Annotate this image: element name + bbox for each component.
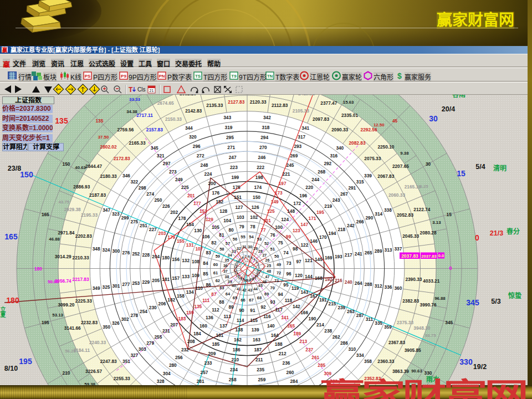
- svg-text:325: 325: [103, 284, 110, 290]
- svg-text:265: 265: [365, 250, 372, 255]
- svg-text:289: 289: [375, 248, 382, 254]
- svg-text:345: 345: [151, 145, 158, 151]
- svg-text:2335.01: 2335.01: [341, 112, 358, 118]
- svg-text:173: 173: [275, 190, 283, 196]
- svg-text:136: 136: [206, 315, 213, 320]
- svg-text:132: 132: [182, 258, 190, 263]
- svg-text:119: 119: [291, 285, 299, 291]
- svg-text:115: 115: [250, 318, 258, 323]
- svg-text:349: 349: [93, 285, 100, 291]
- svg-text:2157.83: 2157.83: [146, 127, 163, 132]
- svg-text:2075.33: 2075.33: [364, 156, 381, 161]
- svg-text:240: 240: [345, 279, 352, 285]
- svg-text:Cls: Cls: [137, 86, 145, 93]
- svg-text:112: 112: [212, 307, 219, 313]
- svg-text:174: 174: [254, 185, 262, 190]
- svg-text:159: 159: [186, 310, 194, 315]
- svg-text:220: 220: [305, 185, 313, 190]
- svg-text:2052.83: 2052.83: [397, 212, 413, 218]
- svg-text:66: 66: [241, 298, 245, 303]
- svg-text:222: 222: [257, 165, 264, 170]
- svg-text:335: 335: [375, 320, 382, 326]
- svg-text:39: 39: [228, 280, 232, 284]
- svg-text:179: 179: [167, 234, 175, 240]
- svg-text:274: 274: [146, 191, 154, 197]
- svg-text:89: 89: [228, 304, 234, 310]
- svg-text:124: 124: [281, 217, 289, 222]
- svg-text:287: 287: [356, 313, 364, 318]
- svg-text:256: 256: [175, 355, 183, 360]
- svg-text:359: 359: [384, 324, 392, 330]
- svg-text:183: 183: [178, 316, 186, 321]
- svg-text:157: 157: [172, 275, 180, 281]
- svg-text:68: 68: [257, 295, 262, 300]
- svg-text:73: 73: [286, 260, 291, 266]
- svg-text:43.75: 43.75: [58, 200, 69, 204]
- svg-text:2232.83: 2232.83: [81, 320, 98, 325]
- svg-text:319: 319: [225, 125, 233, 130]
- svg-text:271: 271: [227, 145, 235, 150]
- svg-text:344: 344: [185, 125, 193, 131]
- svg-text:291: 291: [348, 185, 356, 191]
- svg-text:15: 15: [457, 169, 466, 178]
- svg-text:176: 176: [212, 190, 219, 196]
- svg-text:48: 48: [267, 269, 271, 273]
- svg-text:0: 0: [449, 265, 452, 271]
- svg-text:257: 257: [201, 370, 208, 375]
- svg-text:93: 93: [270, 299, 275, 305]
- svg-text:260: 260: [287, 370, 294, 375]
- svg-text:231: 231: [162, 328, 170, 334]
- svg-text:238: 238: [324, 328, 332, 334]
- svg-text:340: 340: [336, 145, 344, 151]
- svg-text:21: 21: [150, 89, 154, 93]
- svg-text:清明: 清明: [493, 164, 507, 172]
- svg-text:276: 276: [122, 250, 130, 255]
- svg-text:209: 209: [208, 351, 216, 356]
- svg-text:342: 342: [263, 115, 271, 120]
- svg-text:64: 64: [226, 291, 231, 296]
- svg-text:180: 180: [162, 255, 170, 260]
- svg-text:55: 55: [241, 234, 245, 239]
- svg-text:310: 310: [348, 346, 356, 352]
- svg-text:195: 195: [42, 320, 49, 325]
- svg-text:2844.47: 2844.47: [85, 163, 102, 169]
- svg-text:272: 272: [197, 153, 204, 158]
- svg-text:201: 201: [187, 193, 195, 198]
- svg-text:351: 351: [122, 359, 130, 364]
- svg-text:184: 184: [193, 331, 201, 336]
- svg-text:76: 76: [270, 232, 275, 238]
- svg-text:21/3: 21/3: [490, 229, 503, 237]
- svg-text:2375.33: 2375.33: [397, 320, 413, 325]
- svg-text:2759.56: 2759.56: [117, 127, 134, 132]
- svg-text:286: 286: [340, 340, 348, 346]
- svg-text:26: 26: [265, 258, 270, 262]
- svg-text:297: 297: [163, 161, 171, 166]
- svg-text:300: 300: [112, 248, 120, 254]
- svg-text:25: 25: [267, 264, 271, 268]
- svg-text:105: 105: [212, 224, 219, 230]
- svg-text:324: 324: [103, 247, 110, 253]
- svg-text:83: 83: [206, 250, 211, 255]
- svg-text:2045.33: 2045.33: [402, 233, 419, 239]
- svg-text:189: 189: [293, 331, 301, 336]
- svg-text:296: 296: [193, 144, 201, 149]
- svg-text:295: 295: [226, 135, 234, 140]
- svg-text:春分: 春分: [506, 227, 520, 236]
- svg-text:56.25: 56.25: [65, 349, 76, 354]
- svg-text:惊蛰: 惊蛰: [508, 291, 521, 300]
- svg-text:91: 91: [250, 308, 255, 313]
- svg-text:312: 312: [375, 283, 382, 289]
- svg-text:327: 327: [130, 352, 138, 358]
- svg-text:348: 348: [93, 246, 100, 252]
- svg-text:139: 139: [252, 327, 259, 332]
- svg-text:33: 33: [232, 249, 236, 253]
- svg-text:2367.83: 2367.83: [388, 340, 405, 345]
- svg-text:45: 45: [392, 118, 398, 124]
- svg-text:293: 293: [294, 144, 301, 149]
- svg-text:84: 84: [203, 260, 208, 266]
- svg-text:12.50: 12.50: [374, 122, 385, 127]
- svg-text:242: 242: [347, 223, 355, 228]
- svg-text:2142.83: 2142.83: [185, 108, 202, 114]
- svg-text:97: 97: [296, 259, 301, 264]
- svg-text:142: 142: [293, 304, 300, 309]
